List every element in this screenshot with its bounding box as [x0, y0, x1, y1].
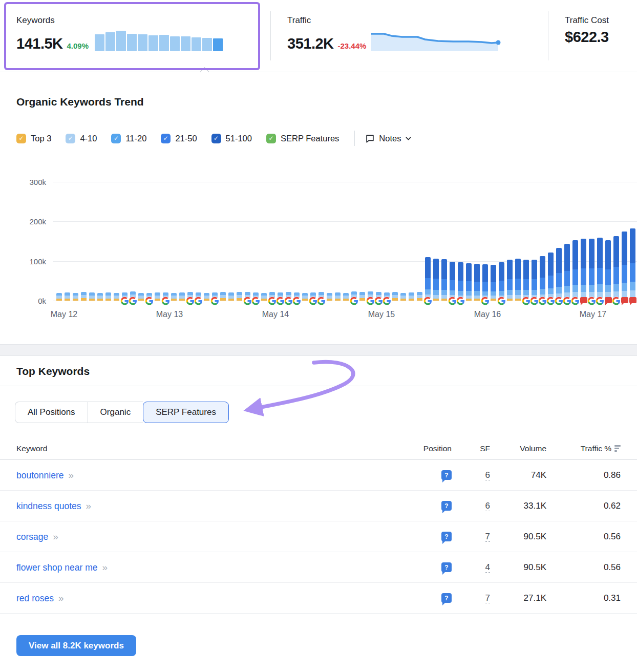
google-serp-icon[interactable] — [538, 297, 547, 305]
sf-value[interactable]: 6 — [485, 470, 490, 480]
note-flag-icon[interactable] — [605, 297, 612, 303]
google-serp-icon[interactable] — [268, 297, 277, 305]
keyword-cell: red roses» — [16, 593, 390, 604]
keyword-link[interactable]: flower shop near me — [16, 562, 98, 573]
bar-segment-21-50 — [515, 279, 521, 289]
sf-value[interactable]: 6 — [485, 501, 490, 511]
position-question-bubble-icon[interactable]: ? — [441, 532, 452, 541]
google-serp-icon[interactable] — [210, 297, 219, 305]
organic-keywords-trend-section: Organic Keywords Trend ✓Top 3✓4-10✓11-20… — [0, 72, 637, 344]
google-serp-icon[interactable] — [284, 297, 293, 305]
tab-organic[interactable]: Organic — [88, 402, 143, 423]
google-serp-icon[interactable] — [563, 297, 571, 305]
google-serp-icon[interactable] — [292, 297, 301, 305]
google-serp-icon[interactable] — [251, 297, 260, 305]
legend-item-11-20[interactable]: ✓11-20 — [111, 134, 146, 143]
google-serp-icon[interactable] — [276, 297, 285, 305]
double-chevron-icon[interactable]: » — [58, 593, 63, 603]
checkbox-4-10[interactable]: ✓ — [66, 134, 75, 143]
bar-segment-51-100 — [532, 260, 537, 279]
y-axis-tick: 0k — [0, 297, 46, 305]
bar-segment-top-3 — [302, 299, 308, 301]
google-serp-icon[interactable] — [497, 297, 506, 305]
note-flag-icon[interactable] — [629, 297, 636, 303]
legend-item-4-10[interactable]: ✓4-10 — [66, 134, 97, 143]
google-serp-icon[interactable] — [571, 297, 580, 305]
sf-value[interactable]: 7 — [485, 532, 490, 542]
google-serp-icon[interactable] — [309, 297, 317, 305]
column-keyword[interactable]: Keyword — [16, 444, 390, 453]
google-serp-icon[interactable] — [587, 297, 596, 305]
traffic-label: Traffic — [287, 15, 548, 26]
google-serp-icon[interactable] — [481, 297, 490, 305]
column-sf[interactable]: SF — [452, 444, 490, 453]
google-serp-icon[interactable] — [317, 297, 326, 305]
traffic-cost-metric[interactable]: Traffic Cost $622.3 — [548, 0, 637, 72]
position-question-bubble-icon[interactable]: ? — [441, 501, 452, 511]
google-serp-icon[interactable] — [612, 297, 621, 305]
double-chevron-icon[interactable]: » — [53, 531, 57, 542]
google-serp-icon[interactable] — [448, 297, 457, 305]
position-question-bubble-icon[interactable]: ? — [441, 593, 452, 603]
sf-value[interactable]: 4 — [485, 562, 490, 573]
legend-item-21-50[interactable]: ✓21-50 — [161, 134, 197, 143]
tab-serp-features[interactable]: SERP Features — [143, 402, 229, 423]
position-question-bubble-icon[interactable]: ? — [441, 470, 452, 480]
checkbox-51-100[interactable]: ✓ — [211, 134, 221, 143]
bar-segment-11-20 — [499, 291, 504, 296]
google-serp-icon[interactable] — [522, 297, 530, 305]
bar-segment-11-20 — [572, 285, 578, 292]
stacked-bar — [97, 293, 103, 301]
checkbox-top-3[interactable]: ✓ — [16, 134, 26, 143]
google-serp-icon[interactable] — [555, 297, 563, 305]
google-serp-icon[interactable] — [129, 297, 137, 305]
google-serp-icon[interactable] — [194, 297, 203, 305]
google-serp-icon[interactable] — [120, 297, 129, 305]
checkbox-11-20[interactable]: ✓ — [111, 134, 121, 143]
legend-item-serp-features[interactable]: ✓SERP Features — [266, 134, 339, 143]
column-position[interactable]: Position — [390, 444, 452, 453]
google-serp-icon[interactable] — [366, 297, 375, 305]
google-serp-icon[interactable] — [383, 297, 391, 305]
google-serp-icon[interactable] — [243, 297, 252, 305]
keyword-link[interactable]: corsage — [16, 532, 48, 542]
google-serp-icon[interactable] — [350, 297, 358, 305]
view-all-keywords-button[interactable]: View all 8.2K keywords — [16, 635, 136, 656]
keyword-link[interactable]: boutonniere — [16, 470, 63, 480]
google-serp-icon[interactable] — [161, 297, 170, 305]
sf-value[interactable]: 7 — [485, 593, 490, 603]
stacked-bar — [65, 292, 70, 301]
note-flag-icon[interactable] — [621, 297, 628, 303]
bar-segment-11-20 — [622, 283, 627, 291]
keyword-link[interactable]: red roses — [16, 593, 54, 603]
position-question-bubble-icon[interactable]: ? — [441, 562, 452, 572]
column-volume[interactable]: Volume — [490, 444, 546, 453]
bar-segment-21-50 — [548, 276, 554, 288]
keywords-metric[interactable]: Keywords 141.5K 4.09% — [0, 0, 270, 72]
keyword-link[interactable]: kindness quotes — [16, 501, 81, 511]
volume-cell: 90.5K — [490, 562, 546, 573]
notes-button[interactable]: Notes — [365, 134, 412, 143]
checkbox-serp-features[interactable]: ✓ — [266, 134, 276, 143]
legend-item-51-100[interactable]: ✓51-100 — [211, 134, 252, 143]
google-serp-icon[interactable] — [546, 297, 555, 305]
double-chevron-icon[interactable]: » — [102, 562, 107, 573]
checkbox-21-50[interactable]: ✓ — [161, 134, 171, 143]
legend-item-top-3[interactable]: ✓Top 3 — [16, 134, 51, 143]
google-serp-icon[interactable] — [456, 297, 465, 305]
google-serp-icon[interactable] — [186, 297, 195, 305]
double-chevron-icon[interactable]: » — [86, 500, 90, 511]
table-row: red roses»?727.1K0.31 — [0, 583, 637, 614]
tab-all-positions[interactable]: All Positions — [15, 402, 88, 423]
note-flag-icon[interactable] — [580, 297, 587, 303]
legend-label: SERP Features — [281, 134, 339, 143]
google-serp-icon[interactable] — [423, 297, 432, 305]
google-serp-icon[interactable] — [145, 297, 154, 305]
google-serp-icon[interactable] — [596, 297, 604, 305]
traffic-metric[interactable]: Traffic 351.2K -23.44% — [271, 0, 548, 72]
double-chevron-icon[interactable]: » — [68, 470, 73, 480]
column-traffic-pct[interactable]: Traffic % — [546, 444, 621, 453]
bar-segment-11-20 — [482, 291, 488, 296]
google-serp-icon[interactable] — [530, 297, 539, 305]
google-serp-icon[interactable] — [374, 297, 383, 305]
